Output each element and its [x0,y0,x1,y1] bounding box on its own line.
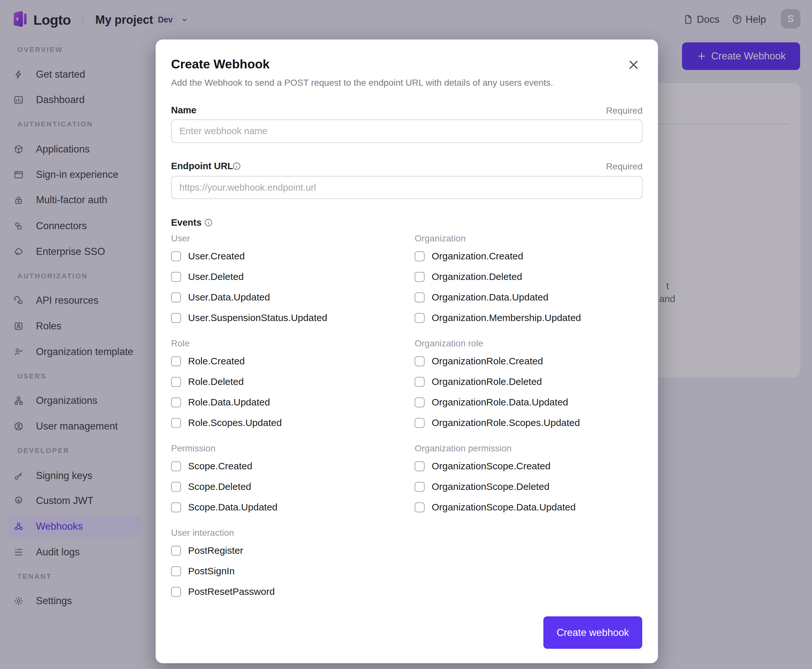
event-option-label: Scope.Created [188,461,252,472]
events-section-label: Events [171,216,201,229]
event-option-user-created[interactable]: User.Created [171,246,404,266]
page-root: Logto My project Dev Docs [0,0,812,669]
event-group-user: UserUser.CreatedUser.DeletedUser.Data.Up… [171,231,404,328]
checkbox-icon[interactable] [171,418,181,428]
event-group-organization-permission: Organization permissionOrganizationScope… [414,441,648,518]
event-option-label: OrganizationScope.Created [432,461,550,472]
checkbox-icon[interactable] [171,503,181,512]
checkbox-icon[interactable] [414,272,424,282]
checkbox-icon[interactable] [171,461,181,471]
checkbox-icon[interactable] [414,377,424,387]
event-option-organizationrole-created[interactable]: OrganizationRole.Created [414,351,648,371]
event-option-scope-created[interactable]: Scope.Created [171,456,404,476]
event-option-user-data-updated[interactable]: User.Data.Updated [171,287,404,308]
event-option-scope-data-updated[interactable]: Scope.Data.Updated [171,497,404,518]
event-option-scope-deleted[interactable]: Scope.Deleted [171,476,404,497]
close-icon[interactable] [624,55,643,74]
checkbox-icon[interactable] [414,397,424,407]
modal-title: Create Webhook [171,57,270,71]
event-option-label: PostRegister [188,545,243,556]
event-option-organization-data-updated[interactable]: Organization.Data.Updated [414,287,648,308]
event-group-role: RoleRole.CreatedRole.DeletedRole.Data.Up… [171,336,404,433]
event-option-organizationrole-data-updated[interactable]: OrganizationRole.Data.Updated [414,392,648,412]
event-option-label: Role.Deleted [188,376,243,387]
event-group-permission: PermissionScope.CreatedScope.DeletedScop… [171,441,404,518]
checkbox-icon[interactable] [171,292,181,303]
modal-description: Add the Webhook to send a POST request t… [171,77,614,89]
event-option-organization-created[interactable]: Organization.Created [414,246,648,266]
event-group-label: Organization role [414,336,648,351]
event-option-role-data-updated[interactable]: Role.Data.Updated [171,392,404,412]
event-group-label: Role [171,336,404,351]
event-option-role-scopes-updated[interactable]: Role.Scopes.Updated [171,412,404,433]
info-icon[interactable] [232,161,242,171]
checkbox-icon[interactable] [171,587,181,597]
event-group-label: User [171,231,404,246]
name-field-label: Name [171,103,196,117]
checkbox-icon[interactable] [171,482,181,492]
checkbox-icon[interactable] [171,251,181,261]
event-group-organization: OrganizationOrganization.CreatedOrganiza… [414,231,648,328]
event-group-label: Organization [414,231,648,246]
submit-create-webhook-button[interactable]: Create webhook [544,616,642,649]
checkbox-icon[interactable] [414,482,424,492]
checkbox-icon[interactable] [414,418,424,428]
event-option-label: Role.Scopes.Updated [188,417,282,428]
event-option-role-created[interactable]: Role.Created [171,351,404,371]
event-option-label: OrganizationRole.Created [432,356,543,366]
endpoint-field-label: Endpoint URL [171,159,233,173]
event-option-label: Scope.Data.Updated [188,502,278,513]
event-option-label: OrganizationScope.Deleted [432,481,549,492]
event-option-label: PostResetPassword [188,586,275,597]
event-option-organizationscope-deleted[interactable]: OrganizationScope.Deleted [414,476,648,497]
event-option-role-deleted[interactable]: Role.Deleted [171,371,404,392]
event-group-label: Permission [171,441,404,456]
checkbox-icon[interactable] [414,292,424,303]
event-option-user-deleted[interactable]: User.Deleted [171,266,404,287]
event-group-label: Organization permission [414,441,648,456]
event-option-organizationrole-scopes-updated[interactable]: OrganizationRole.Scopes.Updated [414,412,648,433]
checkbox-icon[interactable] [171,397,181,407]
webhook-name-input[interactable] [171,119,643,143]
event-option-label: Role.Data.Updated [188,397,270,408]
event-group-organization-role: Organization roleOrganizationRole.Create… [414,336,648,433]
event-option-label: User.Deleted [188,271,243,282]
create-webhook-modal: Create Webhook Add the Webhook to send a… [156,39,658,663]
event-option-label: Organization.Deleted [432,271,522,282]
event-option-label: Organization.Created [432,251,523,262]
event-option-label: OrganizationRole.Scopes.Updated [432,417,580,428]
event-option-postsignin[interactable]: PostSignIn [171,561,404,582]
event-option-label: User.SuspensionStatus.Updated [188,313,327,323]
checkbox-icon[interactable] [171,546,181,556]
event-option-organizationrole-deleted[interactable]: OrganizationRole.Deleted [414,371,648,392]
event-option-user-suspensionstatus-updated[interactable]: User.SuspensionStatus.Updated [171,308,404,328]
info-icon[interactable] [204,218,213,227]
checkbox-icon[interactable] [171,313,181,323]
event-option-label: Scope.Deleted [188,481,251,492]
event-group-user-interaction: User interactionPostRegisterPostSignInPo… [171,526,404,602]
checkbox-icon[interactable] [414,503,424,512]
event-option-organization-deleted[interactable]: Organization.Deleted [414,266,648,287]
endpoint-url-input[interactable] [171,176,643,199]
event-group-label: User interaction [171,526,404,540]
event-option-label: User.Data.Updated [188,292,270,303]
checkbox-icon[interactable] [414,356,424,366]
event-option-organization-membership-updated[interactable]: Organization.Membership.Updated [414,308,648,328]
event-option-label: Role.Created [188,356,245,366]
event-option-organizationscope-data-updated[interactable]: OrganizationScope.Data.Updated [414,497,648,518]
event-option-organizationscope-created[interactable]: OrganizationScope.Created [414,456,648,476]
event-option-postregister[interactable]: PostRegister [171,540,404,561]
checkbox-icon[interactable] [171,356,181,366]
event-option-label: Organization.Data.Updated [432,292,549,303]
checkbox-icon[interactable] [171,566,181,576]
event-option-label: OrganizationRole.Deleted [432,376,542,387]
checkbox-icon[interactable] [171,377,181,387]
event-option-postresetpassword[interactable]: PostResetPassword [171,582,404,602]
checkbox-icon[interactable] [414,461,424,471]
event-option-label: User.Created [188,251,245,262]
event-option-label: PostSignIn [188,566,235,577]
name-required-badge: Required [606,104,643,118]
checkbox-icon[interactable] [414,251,424,261]
checkbox-icon[interactable] [414,313,424,323]
checkbox-icon[interactable] [171,272,181,282]
